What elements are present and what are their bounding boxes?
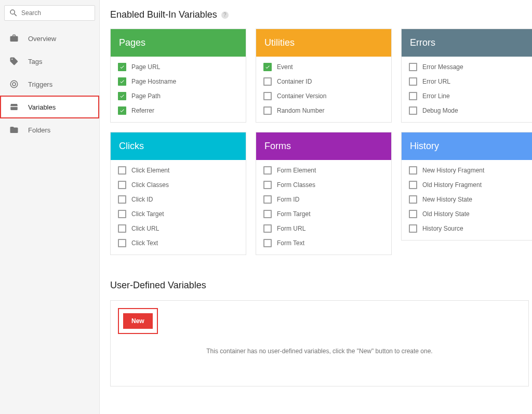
- checkbox-icon[interactable]: [409, 77, 417, 86]
- checkbox-icon[interactable]: [118, 92, 126, 100]
- checkbox-icon[interactable]: [263, 239, 272, 247]
- card-header: Errors: [402, 29, 532, 57]
- checkbox-icon[interactable]: [118, 106, 126, 115]
- variable-checkbox-row[interactable]: Container ID: [263, 77, 384, 86]
- card-body: Page URLPage HostnamePage PathReferrer: [111, 57, 246, 122]
- variable-checkbox-row[interactable]: Referrer: [118, 106, 238, 115]
- checkbox-icon[interactable]: [409, 92, 417, 100]
- checkbox-label: Old History Fragment: [422, 181, 482, 189]
- checkbox-label: Form URL: [277, 225, 305, 232]
- checkbox-icon[interactable]: [263, 195, 272, 204]
- card-header: Pages: [111, 29, 246, 57]
- variable-checkbox-row[interactable]: Error Line: [409, 92, 529, 100]
- variable-checkbox-row[interactable]: Click Target: [118, 210, 238, 218]
- card-pages: PagesPage URLPage HostnamePage PathRefer…: [110, 29, 246, 123]
- variable-checkbox-row[interactable]: Click Element: [118, 166, 238, 175]
- checkbox-label: Error URL: [422, 78, 450, 85]
- variable-checkbox-row[interactable]: Click Text: [118, 239, 238, 247]
- variable-checkbox-row[interactable]: Debug Mode: [409, 106, 529, 115]
- search-box[interactable]: [4, 5, 95, 21]
- variable-checkbox-row[interactable]: New History Fragment: [409, 166, 529, 175]
- checkbox-label: Form Classes: [277, 181, 315, 189]
- card-history: HistoryNew History FragmentOld History F…: [401, 132, 532, 241]
- checkbox-icon[interactable]: [118, 210, 126, 218]
- checkbox-icon[interactable]: [409, 63, 417, 71]
- variable-checkbox-row[interactable]: Click URL: [118, 224, 238, 233]
- checkbox-label: Container ID: [277, 78, 312, 85]
- search-input[interactable]: [21, 9, 90, 17]
- variable-checkbox-row[interactable]: Random Number: [263, 106, 384, 115]
- checkbox-icon[interactable]: [409, 224, 417, 233]
- nav-label: Triggers: [28, 81, 52, 88]
- variable-checkbox-row[interactable]: Error URL: [409, 77, 529, 86]
- card-body: Form ElementForm ClassesForm IDForm Targ…: [256, 160, 391, 255]
- help-icon[interactable]: ?: [221, 11, 229, 19]
- checkbox-icon[interactable]: [409, 195, 417, 204]
- checkbox-label: Random Number: [277, 107, 324, 114]
- checkbox-icon[interactable]: [409, 166, 417, 175]
- card-forms: FormsForm ElementForm ClassesForm IDForm…: [256, 132, 392, 255]
- checkbox-label: Click Text: [131, 239, 158, 247]
- checkbox-label: Old History State: [422, 210, 470, 218]
- checkbox-icon[interactable]: [263, 77, 272, 86]
- variable-checkbox-row[interactable]: Old History State: [409, 210, 529, 218]
- variable-checkbox-row[interactable]: Click ID: [118, 195, 238, 204]
- nav-label: Overview: [28, 35, 56, 43]
- variable-checkbox-row[interactable]: Form Target: [263, 210, 384, 218]
- nav-overview[interactable]: Overview: [0, 27, 99, 50]
- variable-checkbox-row[interactable]: Form Element: [263, 166, 384, 175]
- checkbox-icon[interactable]: [263, 181, 272, 189]
- variable-checkbox-row[interactable]: Page Hostname: [118, 77, 238, 86]
- variable-checkbox-row[interactable]: Old History Fragment: [409, 181, 529, 189]
- variable-checkbox-row[interactable]: History Source: [409, 224, 529, 233]
- checkbox-icon[interactable]: [409, 210, 417, 218]
- checkbox-icon[interactable]: [118, 181, 126, 189]
- nav-folders[interactable]: Folders: [0, 118, 99, 141]
- checkbox-icon[interactable]: [263, 166, 272, 175]
- nav-label: Folders: [28, 126, 50, 134]
- checkbox-icon[interactable]: [118, 224, 126, 233]
- card-body: EventContainer IDContainer VersionRandom…: [256, 57, 391, 122]
- checkbox-label: Error Line: [422, 92, 450, 100]
- checkbox-icon[interactable]: [409, 181, 417, 189]
- checkbox-label: Form Element: [277, 167, 316, 174]
- main-content: Enabled Built-In Variables ? PagesPage U…: [100, 0, 532, 414]
- checkbox-label: Error Message: [422, 63, 463, 71]
- variable-checkbox-row[interactable]: Page URL: [118, 63, 238, 71]
- variable-checkbox-row[interactable]: New History State: [409, 195, 529, 204]
- checkbox-icon[interactable]: [263, 210, 272, 218]
- variable-checkbox-row[interactable]: Form Classes: [263, 181, 384, 189]
- variable-checkbox-row[interactable]: Click Classes: [118, 181, 238, 189]
- nav-triggers[interactable]: Triggers: [0, 73, 99, 96]
- userdefined-title: User-Defined Variables: [110, 280, 532, 291]
- builtins-title: Enabled Built-In Variables: [110, 9, 217, 20]
- variable-checkbox-row[interactable]: Event: [263, 63, 384, 71]
- checkbox-label: New History State: [422, 196, 472, 203]
- checkbox-icon[interactable]: [409, 106, 417, 115]
- checkbox-icon[interactable]: [118, 166, 126, 175]
- checkbox-icon[interactable]: [118, 63, 126, 71]
- checkbox-icon[interactable]: [118, 239, 126, 247]
- briefcase-icon: [9, 34, 19, 43]
- nav-tags[interactable]: Tags: [0, 50, 99, 73]
- checkbox-icon[interactable]: [263, 224, 272, 233]
- variable-checkbox-row[interactable]: Form Text: [263, 239, 384, 247]
- checkbox-label: Form ID: [277, 196, 299, 203]
- variable-checkbox-row[interactable]: Page Path: [118, 92, 238, 100]
- checkbox-icon[interactable]: [118, 195, 126, 204]
- checkbox-icon[interactable]: [263, 92, 272, 100]
- checkbox-icon[interactable]: [263, 106, 272, 115]
- checkbox-label: Click Element: [131, 167, 169, 174]
- checkbox-icon[interactable]: [263, 63, 272, 71]
- variable-checkbox-row[interactable]: Form ID: [263, 195, 384, 204]
- variable-checkbox-row[interactable]: Container Version: [263, 92, 384, 100]
- variable-checkbox-row[interactable]: Form URL: [263, 224, 384, 233]
- new-button[interactable]: New: [123, 313, 153, 329]
- card-header: Clicks: [111, 132, 246, 160]
- nav-variables[interactable]: Variables: [0, 96, 99, 118]
- checkbox-icon[interactable]: [118, 77, 126, 86]
- search-icon: [9, 8, 18, 18]
- card-clicks: ClicksClick ElementClick ClassesClick ID…: [110, 132, 246, 255]
- variable-checkbox-row[interactable]: Error Message: [409, 63, 529, 71]
- checkbox-label: Container Version: [277, 92, 326, 100]
